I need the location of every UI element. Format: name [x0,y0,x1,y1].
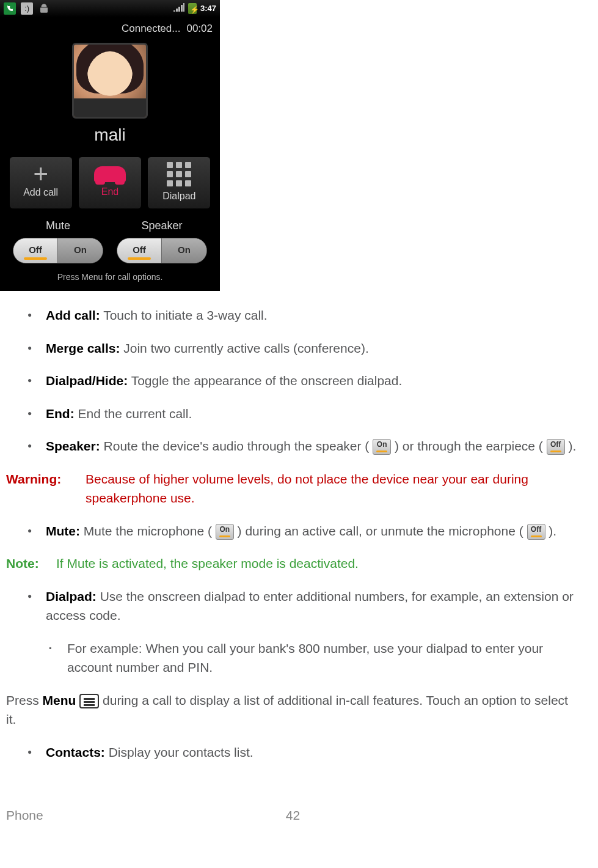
im-icon: :) [21,2,33,15]
mute-label: Mute [46,218,70,238]
menu-hint: Press Menu for call options. [0,263,220,289]
list-item: Dialpad: Use the onscreen dialpad to ent… [27,587,580,639]
note: Note: If Mute is activated, the speaker … [0,554,586,587]
dialpad-button[interactable]: Dialpad [147,156,211,209]
list-sub-item: For example: When you call your bank's 8… [49,639,580,691]
list-item: Mute: Mute the microphone ( On ) during … [27,521,580,554]
status-bar: :) ⚡ 3:47 [0,0,220,17]
list-item: Dialpad/Hide: Toggle the appearance of t… [27,371,580,404]
battery-icon: ⚡ [188,3,197,14]
page-footer: Phone 42 [0,775,586,825]
end-call-icon [94,166,126,182]
phone-icon [4,2,16,15]
status-time: 3:47 [200,2,216,15]
list-item: End: End the current call. [27,404,580,437]
mute-toggle[interactable]: Off On [13,238,103,263]
on-icon: On [373,439,391,455]
on-icon: On [216,524,234,540]
dialpad-icon [167,162,191,186]
speaker-label: Speaker [141,218,182,238]
add-call-button[interactable]: + Add call [9,156,73,209]
end-call-button[interactable]: End [78,156,142,209]
speaker-toggle[interactable]: Off On [117,238,207,263]
menu-paragraph: Press Menu during a call to display a li… [0,691,586,743]
list-item: Add call: Touch to initiate a 3-way call… [27,306,580,339]
contact-avatar [72,43,148,119]
connected-status: Connected... 00:02 [0,17,220,39]
footer-section: Phone [6,806,128,825]
menu-icon [79,694,99,708]
list-item: Contacts: Display your contacts list. [27,743,580,776]
plus-icon: + [33,165,48,183]
warning: Warning: Because of higher volume levels… [0,469,586,521]
list-item: Speaker: Route the device's audio throug… [27,436,580,469]
android-icon [38,2,50,15]
phone-screenshot: :) ⚡ 3:47 Connected... 00:02 mali [0,0,220,291]
list-item: Merge calls: Join two currently active c… [27,339,580,372]
footer-page: 42 [128,806,458,825]
contact-name: mali [0,122,220,156]
off-icon: Off [527,524,545,540]
signal-icon [173,2,184,15]
off-icon: Off [547,439,565,455]
